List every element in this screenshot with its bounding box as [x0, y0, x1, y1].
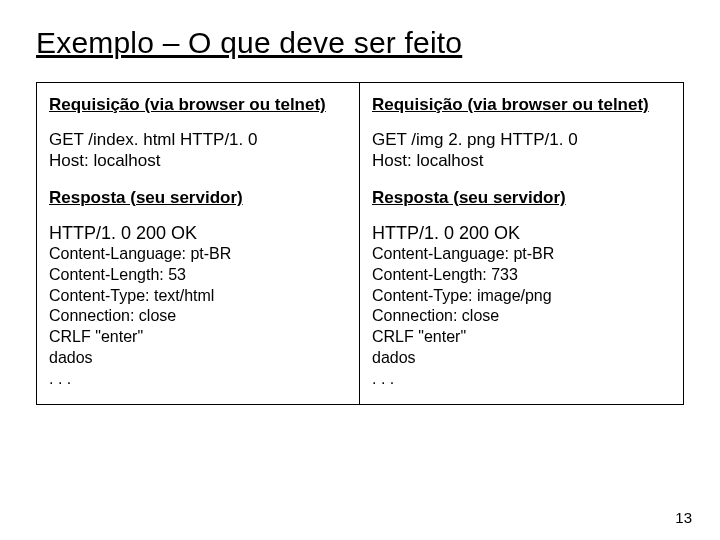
header-line: Content-Length: 53	[49, 265, 347, 286]
request-block: GET /img 2. png HTTP/1. 0 Host: localhos…	[372, 129, 671, 172]
left-column: Requisição (via browser ou telnet) GET /…	[36, 82, 360, 405]
slide: Exemplo – O que deve ser feito Requisiçã…	[0, 0, 720, 540]
request-line-2: Host: localhost	[372, 150, 671, 171]
header-line: Content-Type: image/png	[372, 286, 671, 307]
response-status: HTTP/1. 0 200 OK	[372, 222, 671, 245]
header-line: Content-Language: pt-BR	[372, 244, 671, 265]
header-line: Content-Length: 733	[372, 265, 671, 286]
request-line-2: Host: localhost	[49, 150, 347, 171]
request-line-1: GET /img 2. png HTTP/1. 0	[372, 129, 671, 150]
request-heading: Requisição (via browser ou telnet)	[49, 95, 347, 115]
response-status: HTTP/1. 0 200 OK	[49, 222, 347, 245]
response-heading: Resposta (seu servidor)	[49, 188, 347, 208]
request-heading: Requisição (via browser ou telnet)	[372, 95, 671, 115]
header-line: CRLF "enter"	[49, 327, 347, 348]
request-block: GET /index. html HTTP/1. 0 Host: localho…	[49, 129, 347, 172]
header-line: . . .	[372, 369, 671, 390]
header-line: dados	[49, 348, 347, 369]
response-heading: Resposta (seu servidor)	[372, 188, 671, 208]
header-line: Connection: close	[49, 306, 347, 327]
response-headers: Content-Language: pt-BR Content-Length: …	[372, 244, 671, 390]
header-line: Connection: close	[372, 306, 671, 327]
header-line: dados	[372, 348, 671, 369]
header-line: . . .	[49, 369, 347, 390]
header-line: CRLF "enter"	[372, 327, 671, 348]
request-line-1: GET /index. html HTTP/1. 0	[49, 129, 347, 150]
right-column: Requisição (via browser ou telnet) GET /…	[360, 82, 684, 405]
slide-title: Exemplo – O que deve ser feito	[36, 26, 684, 60]
header-line: Content-Type: text/html	[49, 286, 347, 307]
columns: Requisição (via browser ou telnet) GET /…	[36, 82, 684, 405]
page-number: 13	[675, 509, 692, 526]
response-headers: Content-Language: pt-BR Content-Length: …	[49, 244, 347, 390]
header-line: Content-Language: pt-BR	[49, 244, 347, 265]
